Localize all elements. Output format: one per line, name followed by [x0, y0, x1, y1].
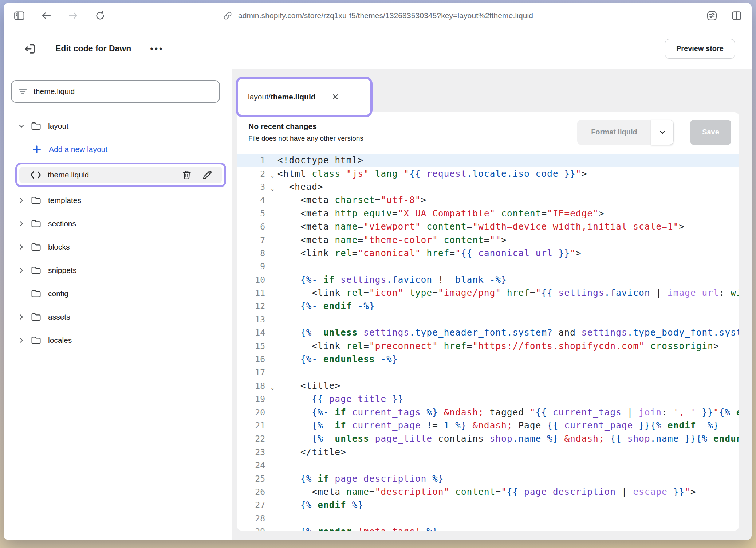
- search-input[interactable]: [34, 87, 213, 96]
- code-line[interactable]: 24: [237, 459, 739, 472]
- sidebar-item-layout[interactable]: layout: [4, 114, 232, 138]
- line-number: 6: [237, 222, 267, 231]
- folder-icon: [30, 311, 42, 323]
- exit-editor-icon[interactable]: [23, 42, 37, 56]
- chevron-right-icon[interactable]: [16, 195, 27, 206]
- code-line[interactable]: 14 {%- unless settings.type_header_font.…: [237, 326, 739, 339]
- format-dropdown-chevron-icon[interactable]: [651, 120, 674, 145]
- chevron-right-icon[interactable]: [16, 242, 27, 253]
- sidebar-item-sections[interactable]: sections: [4, 212, 232, 235]
- code-line[interactable]: 6 <meta name="viewport" content="width=d…: [237, 220, 739, 233]
- file-sidebar: layout Add a new layout theme.liquid tem…: [4, 69, 232, 540]
- plus-icon: [31, 143, 43, 156]
- add-new-layout-button[interactable]: Add a new layout: [4, 138, 232, 161]
- code-line[interactable]: 2⌄ <html class="js" lang="{{ request.loc…: [237, 167, 739, 180]
- open-file-tab[interactable]: layout/theme.liquid: [236, 77, 373, 117]
- line-number: 26: [237, 487, 267, 497]
- preview-store-button[interactable]: Preview store: [665, 39, 735, 59]
- reload-icon[interactable]: [95, 10, 106, 21]
- sidebar-item-label: snippets: [48, 266, 76, 275]
- code-line[interactable]: 3⌄ <head>: [237, 180, 739, 193]
- sidebar-item-label: Add a new layout: [49, 145, 107, 154]
- line-number: 17: [237, 368, 267, 377]
- folder-icon: [30, 194, 42, 207]
- format-liquid-button[interactable]: Format liquid: [577, 120, 651, 145]
- line-number: 15: [237, 341, 267, 351]
- code-line[interactable]: 15 <link rel="preconnect" href="https://…: [237, 339, 739, 352]
- code-line[interactable]: 20 {%- if current_tags %} &ndash; tagged…: [237, 406, 739, 419]
- url-text: admin.shopify.com/store/rzq1xu-f5/themes…: [238, 11, 533, 20]
- back-icon[interactable]: [41, 10, 52, 21]
- code-line[interactable]: 26 <meta name="description" content="{{ …: [237, 485, 739, 498]
- close-tab-icon[interactable]: [331, 93, 340, 101]
- code-line[interactable]: 8 <link rel="canonical" href="{{ canonic…: [237, 247, 739, 260]
- save-button[interactable]: Save: [690, 120, 731, 145]
- line-number: 4: [237, 195, 267, 205]
- code-line[interactable]: 28: [237, 512, 739, 525]
- pencil-icon[interactable]: [201, 169, 213, 181]
- code-editor[interactable]: 1 <!doctype html> 2⌄ <html class="js" la…: [237, 152, 739, 531]
- sidebar-item-snippets[interactable]: snippets: [4, 259, 232, 282]
- code-line[interactable]: 9: [237, 260, 739, 273]
- code-line[interactable]: 17: [237, 366, 739, 379]
- code-line[interactable]: 16 {%- endunless -%}: [237, 353, 739, 366]
- sidebar-item-locales[interactable]: locales: [4, 329, 232, 352]
- address-bar[interactable]: admin.shopify.com/store/rzq1xu-f5/themes…: [222, 10, 533, 21]
- code-line[interactable]: 27 {% endif %}: [237, 498, 739, 512]
- format-liquid-group: Format liquid: [577, 120, 674, 145]
- sidebar-item-blocks[interactable]: blocks: [4, 235, 232, 259]
- line-number: 13: [237, 315, 267, 324]
- code-line[interactable]: 19 {{ page_title }}: [237, 392, 739, 406]
- sidebar-item-assets[interactable]: assets: [4, 305, 232, 329]
- file-search-box[interactable]: [11, 80, 220, 103]
- fold-chevron-icon[interactable]: ⌄: [267, 381, 277, 391]
- code-line[interactable]: 7 <meta name="theme-color" content="">: [237, 233, 739, 246]
- sidebar-toggle-icon[interactable]: [14, 10, 25, 21]
- code-line[interactable]: 18⌄ <title>: [237, 379, 739, 392]
- line-number: 19: [237, 394, 267, 404]
- line-number: 5: [237, 209, 267, 218]
- code-line[interactable]: 12 {%- endif -%}: [237, 300, 739, 313]
- chevron-right-icon[interactable]: [16, 265, 27, 276]
- chevron-down-icon[interactable]: [16, 121, 27, 132]
- trash-icon[interactable]: [181, 169, 193, 181]
- toolbar-left-icons: [14, 3, 106, 28]
- line-number: 2: [237, 169, 267, 179]
- split-view-icon[interactable]: [731, 10, 742, 21]
- chevron-none-icon: [16, 288, 27, 299]
- code-line[interactable]: 10 {%- if settings.favicon != blank -%}: [237, 273, 739, 286]
- code-line[interactable]: 29 {% render 'meta-tags' %}: [237, 525, 739, 531]
- code-line[interactable]: 22 {%- unless page_title contains shop.n…: [237, 432, 739, 445]
- code-line[interactable]: 13: [237, 313, 739, 326]
- more-menu-icon[interactable]: •••: [150, 44, 164, 54]
- chevron-right-icon[interactable]: [16, 312, 27, 322]
- code-line[interactable]: 4 <meta charset="utf-8">: [237, 193, 739, 207]
- line-number: 29: [237, 527, 267, 531]
- code-line[interactable]: 21 {%- if current_page != 1 %} &ndash; P…: [237, 419, 739, 432]
- app-header: Edit code for Dawn ••• Preview store: [4, 28, 752, 69]
- line-number: 8: [237, 248, 267, 258]
- sidebar-item-config[interactable]: config: [4, 282, 232, 305]
- version-info: No recent changes File does not have any…: [248, 122, 577, 142]
- sidebar-item-templates[interactable]: templates: [4, 189, 232, 212]
- tune-icon[interactable]: [706, 10, 717, 21]
- code-line[interactable]: 1 <!doctype html>: [237, 154, 739, 167]
- fold-chevron-icon[interactable]: ⌄: [267, 182, 277, 192]
- fold-chevron-icon[interactable]: ⌄: [267, 169, 277, 179]
- line-number: 23: [237, 447, 267, 457]
- code-line[interactable]: 23 </title>: [237, 446, 739, 459]
- chevron-right-icon[interactable]: [16, 218, 27, 229]
- editor-panel: layout/theme.liquid No recent changes Fi…: [232, 69, 752, 540]
- tab-label: layout/theme.liquid: [248, 93, 316, 101]
- selected-file-highlight: theme.liquid: [15, 163, 226, 187]
- sidebar-item-label: assets: [48, 313, 70, 321]
- line-number: 20: [237, 408, 267, 417]
- sidebar-item-theme-liquid[interactable]: theme.liquid: [19, 167, 222, 183]
- version-subtitle: File does not have any other versions: [248, 134, 577, 142]
- sidebar-item-label: sections: [48, 219, 76, 228]
- code-line[interactable]: 25 {% if page_description %}: [237, 472, 739, 485]
- code-line[interactable]: 5 <meta http-equiv="X-UA-Compatible" con…: [237, 207, 739, 220]
- code-line[interactable]: 11 <link rel="icon" type="image/png" hre…: [237, 286, 739, 300]
- folder-icon: [30, 218, 42, 230]
- chevron-right-icon[interactable]: [16, 335, 27, 346]
